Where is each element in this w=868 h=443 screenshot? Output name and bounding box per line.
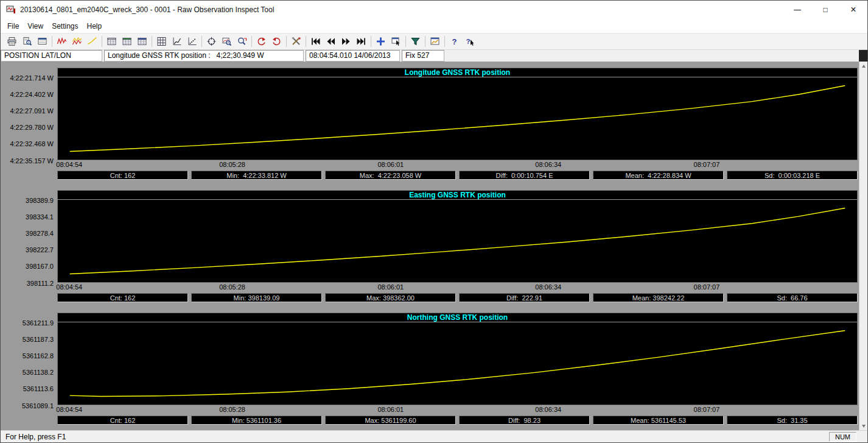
stat-box: Cnt: 162 xyxy=(57,171,188,180)
prev-fix-button[interactable] xyxy=(323,34,338,49)
y-axis-label: 4:22:29.780 W xyxy=(10,124,54,131)
toolbar-separator xyxy=(201,36,202,47)
table-plain-button[interactable] xyxy=(104,34,119,49)
toolbar-separator xyxy=(286,36,287,47)
first-fix-button[interactable] xyxy=(308,34,323,49)
plot-area[interactable] xyxy=(57,77,858,160)
tools-button[interactable] xyxy=(289,34,304,49)
zoom-data-button[interactable] xyxy=(234,34,250,49)
toolbar-separator xyxy=(306,36,306,47)
x-axis-label: 08:07:07 xyxy=(694,161,720,168)
vertical-scrollbar[interactable] xyxy=(859,62,867,430)
stat-box: Diff: 98.23 xyxy=(459,416,590,425)
info-bar-filler xyxy=(446,50,859,62)
app-window: 20130614_0801_em2040C_wreck_300 - 0001 -… xyxy=(0,0,868,443)
graph-scatter-button[interactable] xyxy=(184,34,200,49)
first-fix-icon xyxy=(310,37,321,46)
menu-help[interactable]: Help xyxy=(83,21,107,32)
x-axis: 08:04:5408:05:2808:06:0108:06:3408:07:07 xyxy=(57,405,858,414)
menu-settings[interactable]: Settings xyxy=(47,21,82,32)
num-lock-indicator: NUM xyxy=(829,432,856,442)
next-fix-button[interactable] xyxy=(338,34,354,49)
stat-box: Max: 4:22:23.058 W xyxy=(325,171,456,180)
prev-fix-icon xyxy=(326,37,336,46)
main-area: 4:22:21.714 W4:22:24.402 W4:22:27.091 W4… xyxy=(1,62,867,430)
stat-box: Max: 398362.00 xyxy=(325,293,456,302)
last-fix-button[interactable] xyxy=(354,34,369,49)
y-axis-label: 5361113.6 xyxy=(23,385,54,392)
help-button[interactable]: ? xyxy=(447,34,462,49)
chart-canvas xyxy=(58,322,857,405)
plot-area[interactable] xyxy=(57,200,858,283)
x-axis: 08:04:5408:05:2808:06:0108:06:3408:07:07 xyxy=(57,160,858,169)
filter-button[interactable] xyxy=(408,34,423,49)
x-axis-label: 08:04:54 xyxy=(56,406,82,413)
x-axis-label: 08:06:01 xyxy=(377,161,404,168)
context-help-icon: ? xyxy=(464,37,475,46)
fix-select-button[interactable] xyxy=(388,34,404,49)
add-fix-button[interactable] xyxy=(373,34,388,49)
x-axis-label: 08:05:28 xyxy=(219,161,245,168)
menu-file[interactable]: File xyxy=(3,21,23,32)
svg-text:?: ? xyxy=(452,37,457,46)
table-blue-button[interactable] xyxy=(135,34,150,49)
x-axis-label: 08:06:34 xyxy=(535,161,561,168)
print-button[interactable] xyxy=(4,34,19,49)
grid-button[interactable] xyxy=(154,34,169,49)
y-axis-label: 4:22:27.091 W xyxy=(10,107,54,115)
chart-title: Northing GNSS RTK position xyxy=(57,313,858,322)
y-axis-label: 4:22:24.402 W xyxy=(10,91,54,98)
table-green-button[interactable] xyxy=(119,34,135,49)
trace-multi-button[interactable] xyxy=(69,34,85,49)
scroll-down-icon[interactable] xyxy=(859,422,867,430)
x-axis-label: 08:06:01 xyxy=(377,406,404,413)
titlebar: 20130614_0801_em2040C_wreck_300 - 0001 -… xyxy=(1,1,867,19)
info-bar: POSITION LAT/LON Longitude GNSS RTK posi… xyxy=(1,50,867,62)
info-fix-number: Fix 527 xyxy=(402,50,444,62)
data-trace xyxy=(70,331,845,397)
plot-area[interactable] xyxy=(57,322,858,405)
trace-yellow-icon xyxy=(87,37,97,46)
graph-scatter-icon xyxy=(187,37,197,46)
filter-icon xyxy=(410,37,421,46)
graph-line-button[interactable] xyxy=(169,34,184,49)
maximize-button[interactable]: □ xyxy=(811,1,839,19)
x-axis-label: 08:06:34 xyxy=(535,283,561,291)
stat-box: Mean: 5361145.53 xyxy=(593,416,724,425)
minimize-icon: — xyxy=(794,5,801,14)
properties-button[interactable] xyxy=(35,34,50,49)
graph-window-icon xyxy=(430,37,440,46)
trace-red-button[interactable] xyxy=(54,34,69,49)
graph-window-button[interactable] xyxy=(427,34,443,49)
y-axis: 4:22:21.714 W4:22:24.402 W4:22:27.091 W4… xyxy=(1,68,57,180)
zoom-window-icon xyxy=(222,37,232,46)
rotate-right-button[interactable] xyxy=(269,34,284,49)
close-button[interactable]: × xyxy=(839,1,867,19)
chart-1: Longitude GNSS RTK position08:04:5408:05… xyxy=(57,68,858,180)
y-axis-label: 398278.4 xyxy=(26,230,54,237)
rotate-left-button[interactable] xyxy=(254,34,269,49)
info-timestamp: 08:04:54.010 14/06/2013 xyxy=(306,50,400,62)
menu-view[interactable]: View xyxy=(23,21,47,32)
info-position-mode: POSITION LAT/LON xyxy=(1,50,102,62)
toolbar: ?? xyxy=(1,33,867,50)
stat-box: Mean: 398242.22 xyxy=(593,293,724,302)
context-help-button[interactable]: ? xyxy=(462,34,477,49)
print-icon xyxy=(7,37,17,46)
crosshair-button[interactable] xyxy=(204,34,219,49)
chart-3-block: 5361211.95361187.35361162.85361138.25361… xyxy=(1,313,858,425)
toolbar-separator xyxy=(251,36,252,47)
y-axis-label: 5361138.2 xyxy=(23,369,54,376)
trace-multi-icon xyxy=(72,37,82,46)
y-axis-label: 398111.2 xyxy=(27,280,54,287)
y-axis: 398389.9398334.1398278.4398222.7398167.0… xyxy=(1,190,57,302)
zoom-window-button[interactable] xyxy=(219,34,234,49)
minimize-button[interactable]: — xyxy=(783,1,811,19)
scroll-up-icon[interactable] xyxy=(859,62,867,70)
stat-box: Mean: 4:22:28.834 W xyxy=(593,171,724,180)
print-preview-button[interactable] xyxy=(19,34,35,49)
table-blue-icon xyxy=(137,37,147,46)
trace-yellow-button[interactable] xyxy=(85,34,100,49)
chart-1-block: 4:22:21.714 W4:22:24.402 W4:22:27.091 W4… xyxy=(1,68,858,180)
data-trace xyxy=(70,208,845,274)
